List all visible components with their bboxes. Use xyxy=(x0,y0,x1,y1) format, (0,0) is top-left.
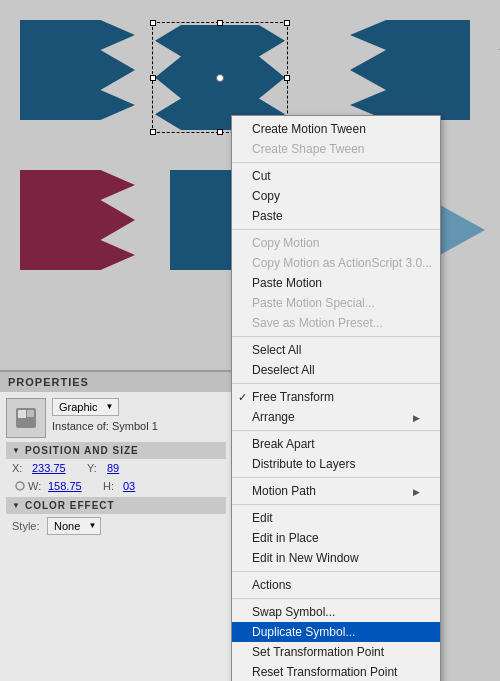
style-row: Style: None xyxy=(6,514,226,538)
menu-item-label: Arrange xyxy=(252,410,295,424)
menu-item-reset-transformation-point[interactable]: Reset Transformation Point xyxy=(232,662,440,681)
shape-red xyxy=(20,170,135,270)
menu-item-actions[interactable]: Actions xyxy=(232,575,440,595)
h-value[interactable]: 03 xyxy=(123,480,178,492)
menu-item-label: Edit in New Window xyxy=(252,551,359,565)
submenu-arrow-icon xyxy=(413,484,420,498)
menu-item-label: Copy xyxy=(252,189,280,203)
menu-separator xyxy=(232,383,440,384)
menu-item-copy[interactable]: Copy xyxy=(232,186,440,206)
menu-item-copy-motion-as: Copy Motion as ActionScript 3.0... xyxy=(232,253,440,273)
menu-item-label: Reset Transformation Point xyxy=(252,665,397,679)
svg-rect-3 xyxy=(27,410,34,417)
menu-separator xyxy=(232,571,440,572)
x-value[interactable]: 233.75 xyxy=(32,462,87,474)
menu-item-label: Save as Motion Preset... xyxy=(252,316,383,330)
menu-item-label: Swap Symbol... xyxy=(252,605,335,619)
menu-separator xyxy=(232,477,440,478)
menu-item-label: Paste xyxy=(252,209,283,223)
menu-item-label: Free Transform xyxy=(252,390,334,404)
menu-item-arrange[interactable]: Arrange xyxy=(232,407,440,427)
style-dropdown[interactable]: None xyxy=(47,517,101,535)
menu-separator xyxy=(232,598,440,599)
properties-panel: PROPERTIES Graphic Instance of: Symbol 1 xyxy=(0,370,232,681)
menu-item-label: Motion Path xyxy=(252,484,316,498)
menu-separator xyxy=(232,504,440,505)
menu-item-create-shape-tween: Create Shape Tween xyxy=(232,139,440,159)
menu-item-label: Actions xyxy=(252,578,291,592)
menu-item-save-as-motion-preset: Save as Motion Preset... xyxy=(232,313,440,333)
x-label: X: xyxy=(12,462,32,474)
svg-rect-2 xyxy=(18,410,26,418)
rotation-arc xyxy=(490,0,500,60)
menu-item-deselect-all[interactable]: Deselect All xyxy=(232,360,440,380)
h-label: H: xyxy=(103,480,123,492)
panel-title: PROPERTIES xyxy=(0,372,232,392)
menu-item-set-transformation-point[interactable]: Set Transformation Point xyxy=(232,642,440,662)
submenu-arrow-icon xyxy=(413,410,420,424)
shape-left xyxy=(20,20,135,120)
menu-item-label: Deselect All xyxy=(252,363,315,377)
menu-item-label: Edit xyxy=(252,511,273,525)
style-label: Style: xyxy=(12,520,47,532)
menu-item-edit[interactable]: Edit xyxy=(232,508,440,528)
menu-item-label: Create Shape Tween xyxy=(252,142,365,156)
w-value[interactable]: 158.75 xyxy=(48,480,103,492)
position-section-header[interactable]: POSITION AND SIZE xyxy=(6,442,226,459)
size-row: W: 158.75 H: 03 xyxy=(6,477,226,495)
link-icon xyxy=(14,480,26,492)
menu-item-distribute-to-layers[interactable]: Distribute to Layers xyxy=(232,454,440,474)
menu-item-duplicate-symbol[interactable]: Duplicate Symbol... xyxy=(232,622,440,642)
menu-item-label: Paste Motion xyxy=(252,276,322,290)
menu-item-paste[interactable]: Paste xyxy=(232,206,440,226)
menu-separator xyxy=(232,162,440,163)
w-label: W: xyxy=(28,480,48,492)
symbol-icon xyxy=(6,398,46,438)
handle-top-left[interactable] xyxy=(150,20,156,26)
menu-item-cut[interactable]: Cut xyxy=(232,166,440,186)
menu-item-label: Duplicate Symbol... xyxy=(252,625,355,639)
menu-item-label: Copy Motion xyxy=(252,236,319,250)
y-label: Y: xyxy=(87,462,107,474)
menu-item-edit-in-place[interactable]: Edit in Place xyxy=(232,528,440,548)
graphic-dropdown[interactable]: Graphic xyxy=(52,398,119,416)
position-row: X: 233.75 Y: 89 xyxy=(6,459,226,477)
menu-item-paste-motion[interactable]: Paste Motion xyxy=(232,273,440,293)
instance-label: Instance of: Symbol 1 xyxy=(52,420,158,432)
context-menu: Create Motion TweenCreate Shape TweenCut… xyxy=(231,115,441,681)
menu-item-label: Select All xyxy=(252,343,301,357)
menu-item-swap-symbol[interactable]: Swap Symbol... xyxy=(232,602,440,622)
menu-item-label: Edit in Place xyxy=(252,531,319,545)
menu-item-free-transform[interactable]: Free Transform xyxy=(232,387,440,407)
menu-separator xyxy=(232,430,440,431)
menu-separator xyxy=(232,229,440,230)
menu-item-create-motion-tween[interactable]: Create Motion Tween xyxy=(232,119,440,139)
handle-top-right[interactable] xyxy=(284,20,290,26)
color-section-header[interactable]: COLOR EFFECT xyxy=(6,497,226,514)
menu-item-copy-motion: Copy Motion xyxy=(232,233,440,253)
menu-item-edit-in-new-window[interactable]: Edit in New Window xyxy=(232,548,440,568)
menu-item-break-apart[interactable]: Break Apart xyxy=(232,434,440,454)
svg-point-4 xyxy=(16,482,24,490)
menu-item-label: Cut xyxy=(252,169,271,183)
menu-item-label: Break Apart xyxy=(252,437,315,451)
menu-item-motion-path[interactable]: Motion Path xyxy=(232,481,440,501)
menu-item-label: Copy Motion as ActionScript 3.0... xyxy=(252,256,432,270)
menu-item-paste-motion-special: Paste Motion Special... xyxy=(232,293,440,313)
arrow-shape xyxy=(440,205,485,255)
y-value[interactable]: 89 xyxy=(107,462,162,474)
menu-item-label: Create Motion Tween xyxy=(252,122,366,136)
menu-item-label: Distribute to Layers xyxy=(252,457,355,471)
menu-item-label: Paste Motion Special... xyxy=(252,296,375,310)
menu-separator xyxy=(232,336,440,337)
menu-item-label: Set Transformation Point xyxy=(252,645,384,659)
shape-right xyxy=(350,20,470,120)
handle-bot-left[interactable] xyxy=(150,129,156,135)
menu-item-select-all[interactable]: Select All xyxy=(232,340,440,360)
